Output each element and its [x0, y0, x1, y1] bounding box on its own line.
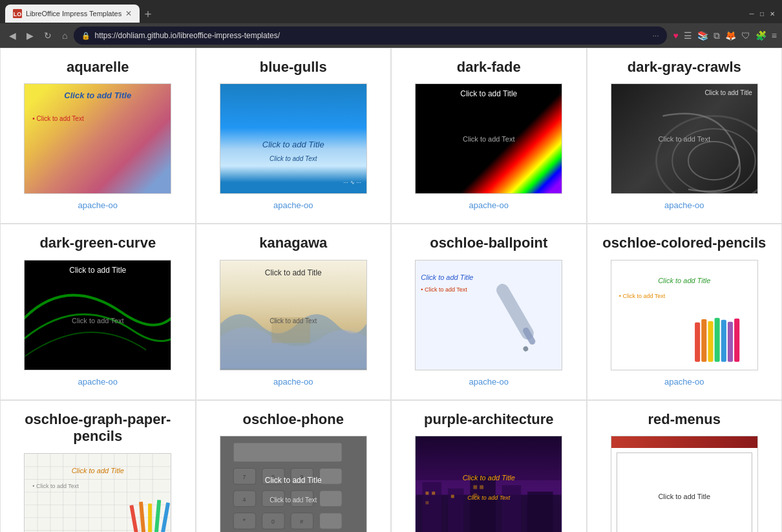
preview-birds-blue-gulls: ⋯ ∿ ⋯ — [343, 180, 361, 186]
svg-rect-67 — [470, 476, 496, 532]
template-card-dark-gray-crawls[interactable]: dark-gray-crawls Click to add Title Clic… — [587, 48, 783, 224]
template-name-oschloe-ballpoint: oschloe-ballpoint — [430, 235, 547, 251]
template-name-dark-green-curve: dark-green-curve — [39, 235, 156, 251]
template-license-dark-gray-crawls[interactable]: apache-oo — [664, 200, 704, 210]
template-card-oschloe-graph-paper-pencils[interactable]: oschloe-graph-paper-pencils — [0, 400, 196, 532]
preview-title-oschloe-phone: Click to add Title — [265, 476, 322, 485]
svg-rect-11 — [708, 321, 713, 362]
synced-tabs-icon[interactable]: ⧉ — [713, 30, 720, 41]
preview-graph-bg — [25, 454, 171, 532]
new-tab-button[interactable]: ＋ — [142, 6, 154, 21]
preview-title-purple-architecture: Click to add Title — [463, 474, 515, 482]
preview-content-box-red-menus: Click to add Title — [617, 452, 752, 532]
template-name-oschloe-graph-paper-pencils: oschloe-graph-paper-pencils — [11, 411, 185, 445]
extensions-icon[interactable]: 🧩 — [756, 30, 766, 41]
svg-rect-74 — [474, 485, 478, 489]
minimize-button[interactable]: ─ — [747, 9, 756, 18]
menu-button[interactable]: ≡ — [772, 30, 777, 41]
template-name-kanagawa: kanagawa — [259, 235, 327, 251]
pocket-icon[interactable]: ♥ — [673, 30, 679, 41]
template-card-dark-fade[interactable]: dark-fade Click to add Title Click to ad… — [391, 48, 587, 224]
template-name-blue-gulls: blue-gulls — [260, 59, 327, 76]
template-preview-oschloe-graph-paper-pencils[interactable]: Click to add Title • Click to add Text — [24, 453, 171, 532]
template-preview-oschloe-ballpoint[interactable]: Click to add Title • Click to add Text — [415, 260, 562, 370]
template-card-aquarelle[interactable]: aquarelle Click to add Title • Click to … — [0, 48, 196, 224]
template-preview-blue-gulls[interactable]: Click to add Title Click to add Text ⋯ ∿… — [220, 83, 367, 194]
preview-body-dark-gray-crawls: Click to add Text — [658, 135, 710, 143]
template-preview-kanagawa[interactable]: Click to add Title Click to add Text — [220, 260, 367, 370]
svg-rect-75 — [480, 485, 483, 489]
template-preview-dark-green-curve[interactable]: Click to add Title Click to add Text — [24, 260, 171, 370]
preview-wave-kanagawa — [220, 304, 366, 369]
preview-body-kanagawa: Click to add Text — [269, 317, 317, 324]
svg-point-2 — [656, 116, 757, 194]
firefox-icon: 🦊 — [725, 30, 736, 41]
active-tab[interactable]: LO LibreOffice Impress Templates ✕ — [5, 5, 140, 23]
template-card-dark-green-curve[interactable]: dark-green-curve Click to add Title Clic… — [0, 224, 196, 399]
address-bar[interactable]: 🔒 https://dohliam.github.io/libreoffice-… — [74, 27, 666, 45]
window-controls: ─ □ ✕ — [747, 9, 777, 18]
template-card-oschloe-phone[interactable]: oschloe-phone — [196, 400, 392, 532]
address-bar-more[interactable]: ··· — [653, 31, 659, 40]
preview-title-red-menus: Click to add Title — [658, 493, 710, 500]
preview-body-aquarelle: • Click to add Text — [32, 115, 83, 122]
template-preview-red-menus[interactable]: Click to add Title — [611, 436, 758, 532]
nav-icons: ♥ ☰ 📚 ⧉ 🦊 🛡 🧩 ≡ — [673, 30, 777, 41]
template-license-oschloe-ballpoint[interactable]: apache-oo — [469, 377, 509, 387]
template-card-kanagawa[interactable]: kanagawa Click to add Title Click to add… — [196, 224, 392, 399]
template-name-oschloe-phone: oschloe-phone — [243, 411, 344, 428]
maximize-button[interactable]: □ — [757, 9, 766, 18]
preview-title-blue-gulls: Click to add Title — [262, 140, 324, 149]
reload-button[interactable]: ↻ — [40, 28, 56, 43]
bookmarks-sidebar-icon[interactable]: 📚 — [697, 30, 708, 41]
template-preview-purple-architecture[interactable]: Click to add Title Click to add Text — [415, 436, 562, 532]
template-card-oschloe-ballpoint[interactable]: oschloe-ballpoint Click to add Title • C… — [391, 224, 587, 399]
browser-window: LO LibreOffice Impress Templates ✕ ＋ ─ □… — [0, 0, 782, 532]
template-card-purple-architecture[interactable]: purple-architecture — [391, 400, 587, 532]
preview-body-purple-architecture: Click to add Text — [467, 495, 510, 501]
svg-rect-37 — [148, 504, 152, 532]
svg-point-4 — [688, 142, 739, 180]
preview-title-dark-fade: Click to add Title — [460, 89, 517, 98]
template-license-aquarelle[interactable]: apache-oo — [78, 200, 118, 210]
nav-bar: ◀ ▶ ↻ ⌂ 🔒 https://dohliam.github.io/libr… — [0, 23, 782, 48]
template-name-oschloe-colored-pencils: oschloe-colored-pencils — [602, 235, 766, 251]
template-card-oschloe-colored-pencils[interactable]: oschloe-colored-pencils Click to add Tit… — [587, 224, 783, 399]
template-preview-dark-fade[interactable]: Click to add Title Click to add Text — [415, 83, 562, 194]
tab-title: LibreOffice Impress Templates — [26, 10, 122, 17]
template-preview-dark-gray-crawls[interactable]: Click to add Title Click to add Text — [611, 83, 758, 194]
back-button[interactable]: ◀ — [5, 28, 20, 43]
templates-grid: aquarelle Click to add Title • Click to … — [0, 48, 782, 532]
preview-pencils-oschloe-colored — [692, 315, 757, 370]
template-preview-oschloe-colored-pencils[interactable]: Click to add Title • Click to add Text — [611, 260, 758, 370]
template-license-blue-gulls[interactable]: apache-oo — [273, 200, 313, 210]
preview-body-dark-green-curve: Click to add Text — [72, 317, 124, 325]
svg-rect-66 — [448, 488, 464, 532]
preview-body-oschloe-ballpoint: • Click to add Text — [421, 286, 467, 293]
template-card-red-menus[interactable]: red-menus Click to add Title — [587, 400, 783, 532]
preview-title-oschloe-colored-pencils: Click to add Title — [658, 277, 710, 284]
reader-view-icon[interactable]: ☰ — [684, 30, 692, 41]
template-license-oschloe-colored-pencils[interactable]: apache-oo — [664, 377, 704, 387]
template-name-dark-fade: dark-fade — [457, 59, 521, 76]
svg-rect-73 — [451, 495, 454, 498]
forward-button[interactable]: ▶ — [23, 28, 37, 43]
preview-title-oschloe-ballpoint: Click to add Title — [421, 273, 473, 281]
template-preview-oschloe-phone[interactable]: 7 8 9 4 5 6 * 0 # Click to add Title — [220, 436, 367, 532]
template-license-kanagawa[interactable]: apache-oo — [273, 377, 313, 387]
template-name-red-menus: red-menus — [648, 411, 721, 428]
preview-title-aquarelle: Click to add Title — [64, 90, 131, 100]
template-license-dark-green-curve[interactable]: apache-oo — [78, 377, 118, 387]
svg-rect-13 — [721, 320, 726, 362]
template-preview-aquarelle[interactable]: Click to add Title • Click to add Text — [24, 83, 171, 194]
close-button[interactable]: ✕ — [768, 9, 777, 18]
home-button[interactable]: ⌂ — [58, 28, 71, 43]
template-license-dark-fade[interactable]: apache-oo — [469, 200, 509, 210]
tab-close-button[interactable]: ✕ — [125, 9, 132, 18]
template-name-aquarelle: aquarelle — [67, 59, 129, 76]
preview-body-oschloe-colored-pencils: • Click to add Text — [619, 293, 666, 299]
page-content[interactable]: aquarelle Click to add Title • Click to … — [0, 48, 782, 532]
template-card-blue-gulls[interactable]: blue-gulls Click to add Title Click to a… — [196, 48, 392, 224]
preview-swirl-dark-green — [25, 261, 171, 370]
preview-body-dark-fade: Click to add Text — [463, 135, 515, 143]
